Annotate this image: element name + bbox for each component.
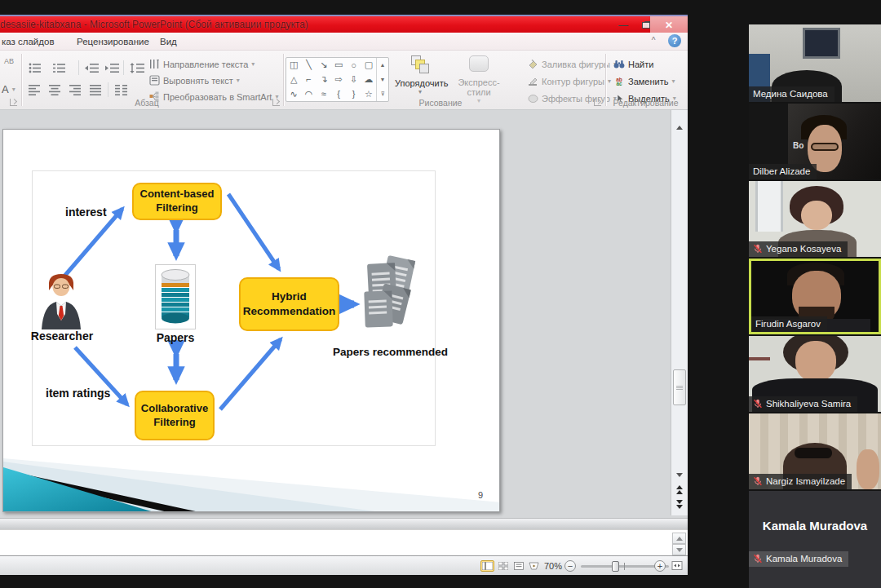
reading-view-button[interactable] (511, 560, 525, 572)
tab-review[interactable]: Рецензирование (72, 35, 154, 48)
glasses (811, 143, 839, 151)
hybrid-recommendation-box: Hybrid Recommendation (239, 277, 339, 331)
participant-name-label: Yeganə Kosayeva (749, 241, 848, 257)
align-text-button[interactable]: Выровнять текст ▾ (148, 75, 240, 86)
columns-button[interactable] (111, 82, 131, 99)
shape-outline-icon (527, 76, 538, 86)
notes-splitter[interactable] (0, 518, 688, 529)
shape-oval-icon[interactable]: ○ (346, 58, 361, 73)
zoom-slider-notch (624, 563, 625, 570)
bullets-button[interactable] (24, 60, 45, 77)
tab-view[interactable]: Вид (155, 35, 182, 48)
participant-name-label: Медина Саидова (749, 86, 835, 102)
align-right-button[interactable] (65, 82, 86, 99)
participant-name-label: Firudin Asgarov (751, 316, 827, 332)
shape-elbow-arrow-icon[interactable]: ↴ (317, 73, 331, 87)
font-color-button[interactable]: А ▾ (2, 83, 15, 95)
shape-star-icon[interactable]: ☆ (361, 86, 376, 101)
paragraph-dialog-launcher-icon[interactable] (272, 99, 280, 106)
chevron-down-icon: ▾ (12, 86, 15, 93)
collapse-ribbon-icon[interactable]: ^ (647, 36, 660, 45)
content-based-filtering-box: Content-based Filtering (132, 183, 222, 220)
slide-canvas[interactable]: Content-based Filtering Hybrid Recommend… (2, 129, 500, 512)
increase-indent-button[interactable] (102, 60, 122, 77)
participant-tile[interactable]: Shikhaliyeva Samira (749, 336, 881, 412)
papers-stack-icon (361, 255, 418, 333)
shape-arc-icon[interactable]: ◠ (301, 86, 316, 101)
status-bar: 70% − + (0, 555, 688, 575)
close-button[interactable]: ✕ (650, 16, 688, 33)
shape-rectangle-icon[interactable]: ▭ (331, 58, 346, 73)
font-dialog-launcher-icon[interactable] (10, 99, 17, 106)
notes-scroll-down-icon[interactable] (672, 544, 686, 555)
participant-tile-camera-off[interactable]: Kamala Muradova Kamala Muradova (749, 491, 881, 588)
minimize-button[interactable]: — (613, 16, 634, 33)
zoom-slider-thumb[interactable] (612, 561, 619, 572)
shape-text-box-icon[interactable]: ◫ (286, 58, 301, 73)
shapes-gallery-scrollbar[interactable]: ▲ ▼ ⊽ (376, 58, 388, 101)
drawing-dialog-launcher-icon[interactable] (594, 99, 601, 106)
quick-styles-button[interactable]: Экспресс-стили ▾ (449, 55, 509, 104)
shape-triangle-icon[interactable]: △ (286, 73, 301, 87)
drawing-group-label: Рисование (383, 98, 498, 108)
participant-face (801, 201, 832, 230)
next-slide-icon[interactable] (673, 498, 686, 511)
gallery-scroll-up-icon[interactable]: ▲ (377, 58, 388, 73)
participant-tile[interactable]: Nargiz Ismayilzade (749, 413, 881, 489)
scroll-up-icon[interactable] (673, 122, 686, 134)
replace-button[interactable]: ab ac Заменить ▾ (613, 76, 675, 86)
line-spacing-button[interactable] (126, 60, 147, 77)
scroll-down-icon[interactable] (673, 469, 686, 481)
item-ratings-label: item ratings (46, 387, 110, 400)
previous-slide-icon[interactable] (673, 484, 686, 496)
slide-sorter-view-button[interactable] (496, 560, 510, 572)
shape-fill-icon (527, 59, 538, 69)
shape-elbow-connector-icon[interactable]: ⌐ (301, 73, 316, 87)
shape-rounded-rectangle-icon[interactable]: ▢ (361, 58, 376, 73)
participant-tile[interactable]: Yeganə Kosayeva (749, 181, 881, 257)
normal-view-button[interactable] (480, 560, 494, 572)
justify-button[interactable] (86, 82, 106, 99)
scrollbar-thumb[interactable] (673, 369, 686, 405)
participant-tile[interactable]: Медина Саидова (749, 24, 881, 102)
fit-to-window-button[interactable] (670, 559, 684, 571)
shape-freeform-icon[interactable]: ∿ (286, 86, 301, 101)
help-icon[interactable]: ? (668, 34, 681, 47)
notes-scroll-up-icon[interactable] (672, 533, 686, 544)
clear-formatting-button[interactable]: АВ (4, 57, 14, 65)
gallery-scroll-down-icon[interactable]: ▼ (377, 73, 388, 87)
tab-slideshow[interactable]: каз слайдов (0, 35, 60, 48)
title-bar[interactable]: desasiie-kitabxana - Microsoft PowerPoin… (0, 15, 688, 33)
slide-page-number: 9 (478, 490, 483, 500)
align-center-button[interactable] (45, 82, 65, 99)
researcher-icon (38, 271, 84, 329)
shape-outline-button[interactable]: Контур фигуры ▾ (527, 76, 611, 86)
shape-arrow-icon[interactable]: ↘ (317, 58, 331, 73)
arrange-button[interactable]: Упорядочить ▾ (395, 55, 445, 95)
shape-cloud-icon[interactable]: ☁ (361, 73, 376, 87)
shape-fill-button[interactable]: Заливка фигуры ▾ (527, 59, 617, 69)
shape-right-arrow-icon[interactable]: ⇨ (331, 73, 346, 87)
decrease-indent-button[interactable] (82, 60, 102, 77)
align-left-button[interactable] (24, 82, 45, 99)
participant-tile[interactable]: Bo Dilber Alizade (749, 104, 881, 179)
shape-left-brace-icon[interactable]: { (331, 86, 346, 101)
participant-tile-active-speaker[interactable]: Firudin Asgarov (749, 259, 881, 334)
shape-line-icon[interactable]: ╲ (301, 58, 316, 73)
vertical-scrollbar[interactable] (671, 110, 688, 515)
participant-face (795, 341, 836, 382)
participant-name-label: Nargiz Ismayilzade (749, 474, 852, 489)
shape-down-arrow-icon[interactable]: ⇩ (346, 73, 361, 87)
zoom-out-button[interactable]: − (564, 560, 576, 572)
slideshow-view-button[interactable] (527, 560, 541, 572)
find-button[interactable]: Найти (613, 59, 653, 69)
notes-pane[interactable] (0, 529, 688, 555)
shape-curve-icon[interactable]: ≈ (317, 86, 331, 101)
numbering-button[interactable] (49, 60, 69, 77)
shape-right-brace-icon[interactable]: } (346, 86, 361, 101)
shapes-gallery: ◫ ╲ ↘ ▭ ○ ▢ △ ⌐ ↴ ⇨ ⇩ ☁ ∿ ◠ ≈ { } (286, 57, 389, 102)
zoom-in-button[interactable]: + (654, 560, 666, 572)
powerpoint-window: desasiie-kitabxana - Microsoft PowerPoin… (0, 15, 688, 575)
zoom-level-text[interactable]: 70% (544, 561, 562, 571)
text-direction-button[interactable]: Направление текста ▾ (148, 59, 255, 69)
